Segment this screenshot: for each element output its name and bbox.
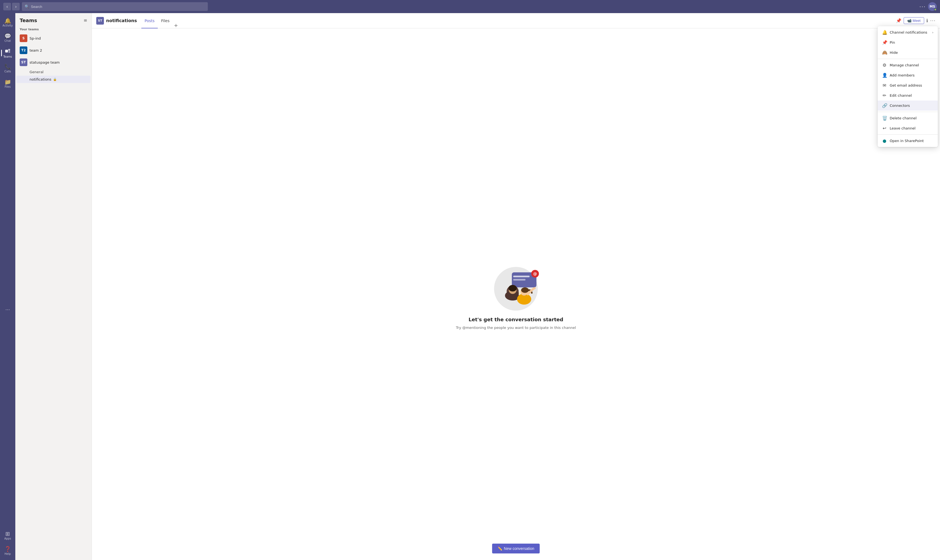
activity-icon: 🔔 [5, 18, 11, 23]
svg-rect-5 [513, 275, 529, 277]
menu-item-get-email[interactable]: ✉️ Get email address [878, 80, 938, 91]
team-item-statuspage[interactable]: ST statuspage team ··· [16, 56, 91, 68]
main-layout: 🔔 Activity 💬 Chat Teams 📞 Calls 📁 Files [0, 13, 940, 560]
manage-channel-icon: ⚙️ [882, 63, 887, 68]
channel-lock-icon: 🔒 [53, 78, 57, 81]
menu-divider-3 [878, 134, 938, 135]
channel-header: ST notifications Posts Files + 📌 📹 Meet … [92, 13, 940, 28]
sidebar-item-activity[interactable]: 🔔 Activity [1, 15, 14, 29]
email-icon: ✉️ [882, 83, 887, 88]
sidebar-item-activity-label: Activity [3, 24, 12, 27]
channel-notifications-label: notifications [29, 77, 51, 82]
team-avatar-statuspage: ST [20, 58, 27, 66]
sidebar-item-help[interactable]: ❓ Help [1, 544, 14, 558]
empty-state: @ [456, 259, 576, 330]
avatar[interactable]: MS [928, 2, 937, 11]
channel-notifications-icon: 🔔 [882, 30, 887, 35]
menu-item-delete-channel[interactable]: 🗑️ Delete channel [878, 113, 938, 123]
svg-text:@: @ [533, 272, 537, 276]
empty-state-subtitle: Try @mentioning the people you want to p… [456, 326, 576, 330]
menu-item-channel-notifications[interactable]: 🔔 Channel notifications › [878, 27, 938, 37]
team-name-team2: team 2 [29, 48, 80, 52]
tab-add-button[interactable]: + [173, 22, 179, 28]
connectors-icon: 🔗 [882, 103, 887, 108]
svg-point-12 [509, 285, 517, 291]
topbar: ‹ › 🔍 ··· MS [0, 0, 940, 13]
tab-bar: Posts Files + [141, 13, 179, 28]
forward-button[interactable]: › [12, 3, 20, 11]
channel-general[interactable]: General [16, 68, 91, 76]
teams-icon [5, 48, 11, 55]
leave-channel-icon: ↩️ [882, 126, 887, 131]
empty-state-title: Let's get the conversation started [469, 317, 563, 322]
channel-content: @ [92, 28, 940, 560]
teams-panel-header: Teams ≡ [15, 13, 92, 25]
delete-channel-icon: 🗑️ [882, 115, 887, 121]
chat-icon: 💬 [5, 33, 11, 39]
files-icon: 📁 [5, 79, 11, 85]
channel-header-avatar: ST [96, 17, 104, 25]
sidebar-item-chat-label: Chat [5, 39, 11, 42]
channel-header-title: notifications [106, 18, 137, 23]
nav-buttons: ‹ › [3, 3, 20, 11]
channel-notifications[interactable]: notifications 🔒 [16, 76, 91, 83]
pin-icon[interactable]: 📌 [896, 18, 901, 23]
team-item-sp-ind[interactable]: S Sp-ind ··· [16, 32, 91, 44]
svg-rect-1 [8, 49, 10, 51]
tab-files[interactable]: Files [158, 13, 173, 28]
sidebar-item-help-label: Help [5, 552, 11, 555]
sidebar-item-apps-label: Apps [5, 537, 11, 540]
filter-icon[interactable]: ≡ [84, 18, 87, 23]
sidebar-item-calls-label: Calls [5, 70, 11, 73]
sidebar: 🔔 Activity 💬 Chat Teams 📞 Calls 📁 Files [0, 13, 15, 560]
sidebar-item-files[interactable]: 📁 Files [1, 77, 14, 91]
search-bar[interactable]: 🔍 [22, 2, 208, 11]
menu-item-open-sharepoint[interactable]: ● Open in SharePoint [878, 136, 938, 146]
menu-item-connectors[interactable]: 🔗 Connectors [878, 100, 938, 111]
menu-item-edit-channel[interactable]: ✏️ Edit channel [878, 91, 938, 100]
new-conversation-button[interactable]: ✏️ New conversation [492, 544, 540, 554]
teams-panel-title: Teams [20, 17, 37, 23]
sidebar-item-apps[interactable]: ⊞ Apps [1, 528, 14, 543]
presence-dot [934, 8, 937, 11]
menu-item-add-members[interactable]: 👤 Add members [878, 70, 938, 80]
meet-button[interactable]: 📹 Meet [904, 17, 924, 24]
tab-posts[interactable]: Posts [141, 13, 158, 28]
sidebar-item-teams-label: Teams [3, 55, 12, 58]
new-conv-icon: ✏️ [498, 546, 502, 551]
sidebar-item-chat[interactable]: 💬 Chat [1, 31, 14, 45]
pin-menu-icon: 📌 [882, 40, 887, 45]
sharepoint-icon: ● [882, 138, 887, 143]
meet-icon: 📹 [907, 18, 912, 23]
calls-icon: 📞 [5, 64, 11, 69]
menu-item-manage-channel[interactable]: ⚙️ Manage channel [878, 60, 938, 70]
channel-general-label: General [29, 70, 43, 74]
sidebar-item-teams[interactable]: Teams [1, 46, 14, 60]
menu-item-leave-channel[interactable]: ↩️ Leave channel [878, 123, 938, 133]
svg-rect-2 [8, 51, 10, 53]
help-icon: ❓ [5, 546, 11, 552]
edit-channel-icon: ✏️ [882, 93, 887, 98]
svg-rect-6 [513, 279, 525, 280]
info-icon[interactable]: ℹ️ [926, 18, 928, 23]
svg-rect-0 [5, 50, 8, 52]
teams-panel: Teams ≡ Your teams S Sp-ind ··· T2 team … [15, 13, 92, 560]
back-button[interactable]: ‹ [3, 3, 11, 11]
search-icon: 🔍 [25, 5, 29, 9]
team-avatar-sp-ind: S [20, 34, 27, 42]
hide-icon: 🙈 [882, 50, 887, 55]
sidebar-item-files-label: Files [5, 85, 11, 88]
search-input[interactable] [31, 5, 205, 9]
team-name-statuspage: statuspage team [29, 60, 80, 65]
menu-item-hide[interactable]: 🙈 Hide [878, 48, 938, 58]
topbar-more-button[interactable]: ··· [920, 4, 926, 9]
team-item-team2[interactable]: T2 team 2 ··· [16, 44, 91, 56]
menu-item-pin[interactable]: 📌 Pin [878, 37, 938, 48]
channel-more-button[interactable]: ··· [930, 18, 935, 23]
menu-divider-2 [878, 112, 938, 112]
chevron-right-icon: › [932, 31, 934, 34]
sidebar-item-calls[interactable]: 📞 Calls [1, 61, 14, 75]
sidebar-more[interactable]: ··· [3, 305, 12, 315]
context-menu: 🔔 Channel notifications › 📌 Pin 🙈 Hide ⚙… [878, 26, 938, 147]
apps-icon: ⊞ [5, 531, 10, 537]
